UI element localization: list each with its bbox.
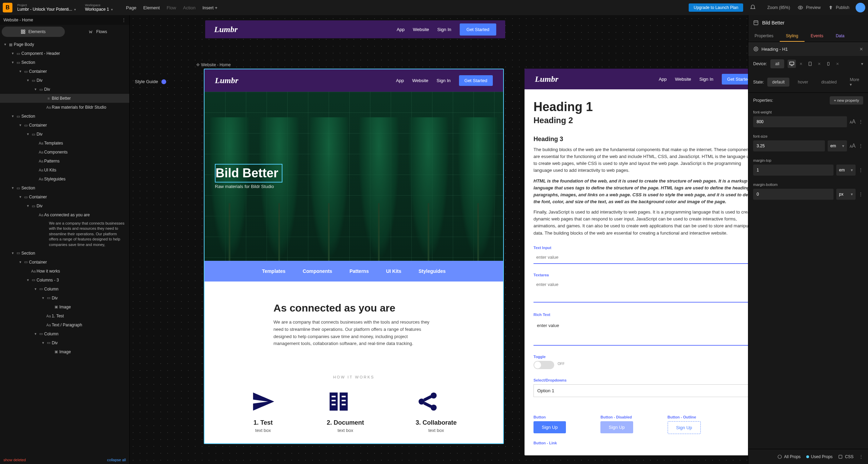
rp-tab-styling[interactable]: Styling — [780, 30, 805, 42]
all-props-button[interactable]: All Props — [777, 454, 801, 459]
tree-item[interactable]: ▼▭Div — [0, 338, 129, 347]
nav-link-app[interactable]: App — [397, 27, 405, 32]
tree-item[interactable]: ▼▭Div — [0, 294, 129, 303]
tree-item[interactable]: ▼▭Div — [0, 201, 129, 210]
sf-select[interactable]: Option 1 ▾ — [533, 384, 748, 397]
tree-item[interactable]: ▼▭Container — [0, 192, 129, 201]
sf-rich-text[interactable]: enter value — [533, 318, 748, 346]
nav-link-signin[interactable]: Sign In — [437, 27, 451, 32]
close-icon[interactable]: ✕ — [859, 47, 863, 52]
tree-item[interactable]: ▼▭Columns - 3 — [0, 276, 129, 285]
canvas-header-preview[interactable]: Lumbr App Website Sign In Get Started — [205, 20, 505, 38]
tree-item[interactable]: ▼▭Div — [0, 85, 129, 94]
nav-link-website[interactable]: Website — [675, 77, 691, 82]
prop-value-input[interactable] — [753, 189, 834, 200]
breadcrumb[interactable]: Website - Home — [3, 18, 33, 22]
tree-item[interactable]: ▼▦Page Body — [0, 40, 129, 49]
nav-link-signin[interactable]: Sign In — [437, 78, 450, 83]
close-icon[interactable]: ✕ — [799, 62, 802, 66]
strip-templates[interactable]: Templates — [262, 268, 286, 274]
sf-textarea[interactable] — [533, 278, 748, 303]
preview-button[interactable]: Preview — [798, 4, 821, 11]
tree-item[interactable]: ▼▭Section — [0, 249, 129, 258]
device-all[interactable]: all — [770, 59, 784, 68]
sf-toggle[interactable] — [533, 361, 554, 369]
tree-item[interactable]: AaComponents — [0, 148, 129, 157]
tree-item[interactable]: ▼▭Column — [0, 329, 129, 338]
upgrade-button[interactable]: Upgrade to Launch Plan — [689, 3, 743, 12]
selected-element-box[interactable]: Bild Better — [215, 164, 282, 182]
rp-tab-events[interactable]: Events — [805, 30, 830, 42]
user-avatar[interactable] — [856, 3, 865, 12]
tree-item[interactable]: AaPatterns — [0, 157, 129, 166]
get-started-button[interactable]: Get Started — [459, 75, 493, 86]
menu-flow[interactable]: Flow — [167, 5, 176, 10]
menu-action[interactable]: Action — [183, 5, 196, 10]
close-icon[interactable]: ✕ — [836, 62, 839, 66]
kebab-icon[interactable]: ⋮ — [858, 143, 863, 149]
project-picker[interactable]: Project Lumbr - Unlock Your Potenti...▾ — [17, 3, 76, 12]
notifications-icon[interactable] — [749, 4, 756, 11]
tree-item[interactable]: ▼▭Div — [0, 76, 129, 85]
sf-text-input[interactable] — [533, 251, 748, 264]
nav-link-website[interactable]: Website — [413, 27, 429, 32]
tree-item[interactable]: ▼▭Container — [0, 67, 129, 76]
get-started-button[interactable]: Get Started — [460, 23, 496, 36]
prop-value-input[interactable] — [753, 140, 825, 151]
tree-item[interactable]: ▼▭Container — [0, 121, 129, 130]
device-tablet-icon[interactable] — [806, 60, 814, 68]
tree-paragraph[interactable]: We are a company that connects businesse… — [0, 219, 129, 249]
tree-item[interactable]: AaHow it works — [0, 267, 129, 276]
device-mobile-icon[interactable] — [824, 60, 832, 68]
rp-tab-data[interactable]: Data — [829, 30, 850, 42]
tree-item[interactable]: ▼▭Component - Header — [0, 49, 129, 58]
prop-unit-select[interactable]: em▾ — [836, 165, 856, 176]
canvas-frame-label[interactable]: ✥ Website - Home — [196, 62, 231, 67]
strip-styleguides[interactable]: Styleguides — [419, 268, 446, 274]
tree-item[interactable]: Aa1. Test — [0, 312, 129, 320]
kebab-icon[interactable]: ⋮ — [858, 119, 863, 125]
sf-button-primary[interactable]: Sign Up — [533, 421, 566, 433]
css-button[interactable]: CSS — [838, 454, 854, 459]
strip-patterns[interactable]: Patterns — [349, 268, 369, 274]
tree-item[interactable]: AaUI Kits — [0, 166, 129, 175]
kebab-icon[interactable]: ⋮ — [859, 454, 863, 459]
device-desktop-icon[interactable] — [788, 60, 796, 68]
sf-button-outline[interactable]: Sign Up — [668, 421, 701, 434]
canvas-frame-website[interactable]: Lumbr App Website Sign In Get Started — [204, 69, 504, 444]
tree-item[interactable]: ▼▭Section — [0, 184, 129, 192]
used-props-button[interactable]: Used Props — [806, 454, 833, 459]
zoom-indicator[interactable]: Zoom (85%) — [767, 5, 790, 10]
new-property-button[interactable]: + new property — [830, 96, 863, 105]
strip-uikits[interactable]: UI Kits — [386, 268, 401, 274]
publish-button[interactable]: Publish — [828, 4, 849, 11]
app-logo[interactable]: B — [3, 3, 12, 12]
kebab-icon[interactable]: ⋮ — [122, 18, 126, 22]
tree-item[interactable]: AaRaw materials for Bildr Studio — [0, 103, 129, 112]
state-more[interactable]: More ▾ — [845, 75, 864, 89]
tab-flows[interactable]: Flows — [67, 25, 130, 39]
nav-link-website[interactable]: Website — [412, 78, 428, 83]
workspace-picker[interactable]: Workspace Workspace 1▾ — [85, 3, 113, 12]
tree-item[interactable]: ▼▭Section — [0, 112, 129, 121]
tree-item[interactable]: ▣Image — [0, 347, 129, 356]
prop-unit-select[interactable]: px▾ — [836, 189, 856, 200]
get-started-button[interactable]: Get Started — [722, 74, 748, 85]
prop-value-input[interactable] — [753, 116, 847, 127]
tree-item[interactable]: AaTemplates — [0, 139, 129, 148]
tree-item[interactable]: ≡Bild Better — [0, 94, 129, 103]
tree-item[interactable]: ▣Image — [0, 303, 129, 312]
rp-tab-properties[interactable]: Properties — [748, 30, 780, 42]
nav-link-signin[interactable]: Sign In — [699, 77, 713, 82]
tree-item[interactable]: ▼▭Container — [0, 258, 129, 267]
prop-unit-select[interactable]: em▾ — [828, 140, 847, 151]
chevron-down-icon[interactable]: ▾ — [861, 61, 863, 66]
tree-item[interactable]: AaStyleguides — [0, 175, 129, 184]
canvas-frame-styleguide[interactable]: Lumbr App Website Sign In Get Started He… — [525, 69, 748, 455]
menu-insert[interactable]: Insert + — [202, 5, 218, 10]
close-icon[interactable]: ✕ — [818, 62, 821, 66]
tree-item[interactable]: ▼▭Section — [0, 58, 129, 67]
collapse-all-button[interactable]: collapse all — [107, 458, 126, 462]
state-hover[interactable]: hover — [793, 78, 813, 87]
tree-item[interactable]: AaAs connected as you are — [0, 210, 129, 219]
